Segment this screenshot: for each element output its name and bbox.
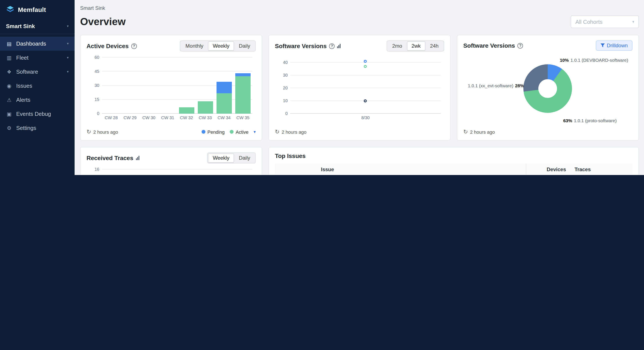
memfault-logo-icon xyxy=(6,5,14,14)
toggle-monthly[interactable]: Monthly xyxy=(181,41,208,51)
data-point xyxy=(364,99,367,102)
refresh-icon[interactable]: ↻ xyxy=(463,129,468,135)
card-title: Top Issues xyxy=(275,152,306,159)
last-updated: 2 hours ago xyxy=(282,129,306,134)
toggle-daily[interactable]: Daily xyxy=(234,153,255,163)
software_versions_scatter-plot[interactable]: 010203040 xyxy=(290,57,441,114)
bar-column xyxy=(112,169,123,175)
bar-column xyxy=(215,57,234,114)
bar-column xyxy=(198,169,209,175)
sidebar-item-label: Alerts xyxy=(16,97,30,103)
y-tick-label: 0 xyxy=(275,111,288,116)
data-point xyxy=(364,65,367,68)
bar-column xyxy=(120,57,139,114)
bar-column xyxy=(188,169,198,175)
card-title: Active Devices xyxy=(86,42,129,49)
drilldown-button[interactable]: Drilldown xyxy=(596,40,632,51)
chevron-down-icon: ▾ xyxy=(67,24,68,28)
toggle-weekly[interactable]: Weekly xyxy=(208,41,234,51)
legend-expand-chevron-icon[interactable]: ▾ xyxy=(254,129,256,134)
software-versions-scatter-chart[interactable]: 0102030408/30 xyxy=(290,57,441,120)
top-issues-card: Top Issues Issue Devices Traces Mem Faul… xyxy=(268,147,639,175)
y-tick-label: 0 xyxy=(86,111,99,116)
bar-column xyxy=(177,169,188,175)
sidebar-item-software[interactable]: ❖Software▾ xyxy=(0,65,74,79)
donut-annotation-pct: 28% xyxy=(515,83,524,88)
y-tick-label: 30 xyxy=(275,73,288,77)
sidebar-item-fleet[interactable]: ▥Fleet▾ xyxy=(0,51,74,65)
card-title: Software Versions xyxy=(463,42,515,49)
bar-column xyxy=(196,57,214,114)
sidebar-item-issues[interactable]: ◉Issues xyxy=(0,79,74,93)
bar-segment xyxy=(235,76,250,114)
cohorts-select[interactable]: All Cohorts ▾ xyxy=(571,15,639,28)
last-updated: 2 hours ago xyxy=(93,129,118,134)
y-tick-label: 20 xyxy=(275,86,288,90)
refresh-icon[interactable]: ↻ xyxy=(86,129,91,135)
help-icon[interactable]: ? xyxy=(518,43,523,48)
x-tick-label: 8/30 xyxy=(290,115,441,120)
x-tick-label: CW 31 xyxy=(158,115,177,120)
sidebar-item-label: Issues xyxy=(16,83,32,89)
received_traces-plot[interactable]: 0481216 xyxy=(102,169,252,175)
gridline: 20 xyxy=(290,88,441,88)
donut-annotation: 1.0.1 (xx_evt-software)28% xyxy=(468,83,524,88)
legend-item: Pending xyxy=(202,129,224,134)
chevron-down-icon: ▾ xyxy=(632,19,634,24)
chevron-down-icon: ▾ xyxy=(67,70,68,74)
bar-segment xyxy=(235,73,250,76)
x-tick-label: CW 34 xyxy=(215,115,234,120)
y-tick-label: 60 xyxy=(86,55,99,60)
sidebar-item-alerts[interactable]: ⚠Alerts xyxy=(0,93,74,107)
top-issues-table-header: Issue Devices Traces xyxy=(275,163,632,175)
bar-column xyxy=(134,169,145,175)
software-versions-range-toggle: 2mo2wk24h xyxy=(387,40,444,51)
toggle-24h[interactable]: 24h xyxy=(425,41,443,51)
sidebar-item-settings[interactable]: ⚙Settings xyxy=(0,121,74,135)
software-versions-donut-chart[interactable] xyxy=(524,64,572,113)
breadcrumb[interactable]: Smart Sink xyxy=(80,5,639,11)
bar-segment xyxy=(179,107,194,114)
bar-segment xyxy=(216,93,232,114)
sidebar-item-label: Events Debug xyxy=(16,111,51,117)
software-versions-chart-card: Software Versions ? 2mo2wk24h 0102030408… xyxy=(268,35,450,140)
active-devices-chart[interactable]: 015304560CW 28CW 29CW 30CW 31CW 32CW 33C… xyxy=(102,57,252,120)
y-tick-label: 40 xyxy=(275,60,288,65)
toggle-weekly[interactable]: Weekly xyxy=(208,153,234,163)
legend-label: Active xyxy=(236,129,248,134)
toggle-2wk[interactable]: 2wk xyxy=(407,41,425,51)
software-versions-breakdown-card: Software Versions ? Drilldown 10%1.0.1 (… xyxy=(457,35,639,140)
main-content: Smart Sink Overview All Cohorts ▾ Active… xyxy=(74,0,644,175)
software-icon: ❖ xyxy=(6,69,12,75)
help-icon[interactable]: ? xyxy=(131,43,137,49)
project-name: Smart Sink xyxy=(6,23,35,29)
refresh-icon[interactable]: ↻ xyxy=(275,129,280,135)
active_devices-plot[interactable]: 015304560 xyxy=(102,57,252,114)
x-tick-label: CW 32 xyxy=(177,115,196,120)
bar-segment xyxy=(198,101,213,114)
x-tick-label: CW 29 xyxy=(120,115,139,120)
gridline: 30 xyxy=(290,75,441,75)
filter-icon xyxy=(600,43,604,48)
sidebar-item-events-debug[interactable]: ▣Events Debug xyxy=(0,107,74,121)
bar-column xyxy=(231,169,242,175)
bar-column xyxy=(242,169,252,175)
donut-annotation: 63%1.0.1 (proto-software) xyxy=(563,118,617,123)
sidebar-item-dashboards[interactable]: ▤Dashboards▾ xyxy=(0,37,74,51)
y-tick-label: 15 xyxy=(86,97,99,102)
received-traces-card: Received Traces WeeklyDaily 04812168/188… xyxy=(80,147,262,175)
events-debug-icon: ▣ xyxy=(6,111,12,117)
bar-column xyxy=(140,57,158,114)
sidebar: Memfault Smart Sink ▾ ▤Dashboards▾▥Fleet… xyxy=(0,0,74,175)
logo[interactable]: Memfault xyxy=(0,0,74,19)
toggle-2mo[interactable]: 2mo xyxy=(388,41,407,51)
project-selector[interactable]: Smart Sink ▾ xyxy=(0,19,74,34)
x-tick-label: CW 30 xyxy=(140,115,158,120)
software-versions-donut-area[interactable]: 10%1.0.1 (DEVBOARD-software)63%1.0.1 (pr… xyxy=(463,55,632,127)
page-title: Overview xyxy=(80,16,126,28)
received-traces-range-toggle: WeeklyDaily xyxy=(207,152,256,163)
help-icon[interactable]: ? xyxy=(329,43,335,49)
toggle-daily[interactable]: Daily xyxy=(234,41,255,51)
received-traces-chart[interactable]: 04812168/188/208/228/248/268/288/30 xyxy=(102,169,252,175)
x-tick-label: CW 33 xyxy=(196,115,214,120)
